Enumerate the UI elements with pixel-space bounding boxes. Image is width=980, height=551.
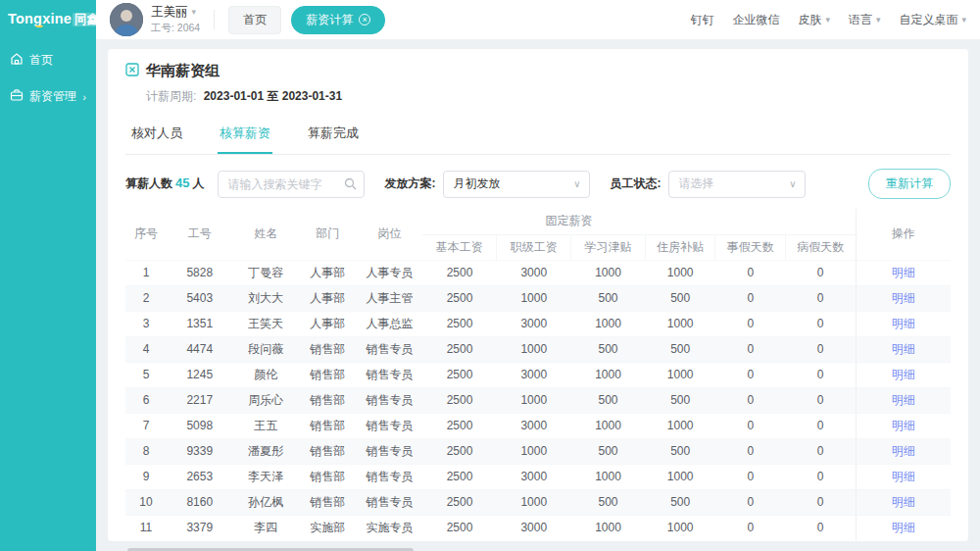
table-action-cell: 明细 bbox=[856, 387, 951, 413]
table-cell: 7 bbox=[125, 413, 167, 438]
tab-calculate-salary[interactable]: 核算薪资 bbox=[218, 119, 272, 154]
table-cell: 0 bbox=[786, 285, 857, 311]
detail-link[interactable]: 明细 bbox=[892, 444, 915, 458]
status-select[interactable]: 请选择 ∨ bbox=[668, 171, 806, 198]
menu-item-language[interactable]: 语言▾ bbox=[849, 12, 881, 28]
menu-item-custom-desktop[interactable]: 自定义桌面▾ bbox=[899, 12, 966, 28]
table-action-cell: 明细 bbox=[856, 464, 951, 489]
search-input[interactable] bbox=[218, 171, 365, 198]
table-cell: 2653 bbox=[167, 464, 232, 489]
app-window: Tongxine同鑫 首页 薪资管理 › 王美丽 ▾ 工号: 2064 bbox=[0, 0, 980, 551]
menu-item-wecom[interactable]: 企业微信 bbox=[732, 12, 779, 28]
plan-select[interactable]: 月初发放 ∨ bbox=[443, 171, 590, 198]
col-header-action: 操作 bbox=[856, 209, 951, 260]
table-cell: 2500 bbox=[422, 438, 497, 464]
table-cell: 颜伦 bbox=[232, 362, 298, 387]
chevron-down-icon: ▾ bbox=[192, 7, 197, 18]
table-cell: 0 bbox=[715, 336, 786, 362]
table-cell: 李四 bbox=[232, 515, 298, 540]
close-icon[interactable]: × bbox=[359, 14, 370, 25]
logo-text-cn: 同鑫 bbox=[73, 13, 101, 26]
user-avatar[interactable] bbox=[110, 3, 143, 36]
table-cell: 3000 bbox=[497, 464, 571, 489]
table-cell: 2500 bbox=[422, 362, 497, 387]
recalculate-button[interactable]: 重新计算 bbox=[868, 169, 951, 199]
table-action-cell: 明细 bbox=[856, 336, 951, 362]
table-action-cell: 明细 bbox=[856, 489, 951, 515]
table-cell: 1000 bbox=[645, 311, 715, 336]
table-cell: 销售专员 bbox=[357, 336, 422, 362]
table-cell: 销售专员 bbox=[357, 438, 422, 464]
table-cell: 人事部 bbox=[299, 260, 357, 285]
table-cell: 王笑天 bbox=[232, 311, 298, 336]
table-cell: 0 bbox=[715, 387, 786, 413]
detail-link[interactable]: 明细 bbox=[892, 393, 915, 407]
detail-link[interactable]: 明细 bbox=[892, 470, 915, 483]
topbar-tab-home[interactable]: 首页 bbox=[228, 6, 281, 34]
table-cell: 3000 bbox=[497, 515, 571, 540]
sidebar-item-home[interactable]: 首页 bbox=[0, 42, 96, 78]
table-action-cell: 明细 bbox=[856, 285, 951, 311]
table-cell: 1245 bbox=[167, 362, 232, 387]
app-logo: Tongxine同鑫 bbox=[0, 0, 96, 42]
topbar-tab-salary-calc[interactable]: 薪资计算 × bbox=[291, 6, 385, 34]
detail-link[interactable]: 明细 bbox=[892, 317, 915, 330]
col-header-spacer bbox=[715, 209, 786, 234]
pay-period: 计薪周期: 2023-01-01 至 2023-01-31 bbox=[146, 88, 951, 105]
detail-link[interactable]: 明细 bbox=[892, 419, 915, 432]
table-cell: 500 bbox=[645, 489, 715, 515]
tab-verify-staff[interactable]: 核对人员 bbox=[129, 119, 184, 154]
detail-link[interactable]: 明细 bbox=[892, 266, 915, 279]
detail-link[interactable]: 明细 bbox=[892, 291, 915, 305]
table-row: 62217周乐心销售部销售专员2500100050050000明细 bbox=[125, 387, 951, 413]
table-cell: 5828 bbox=[167, 260, 232, 285]
table-cell: 0 bbox=[786, 438, 857, 464]
table-row: 25403刘大大人事部人事主管2500100050050000明细 bbox=[125, 285, 951, 311]
topbar-right-menu: 钉钉 企业微信 皮肤▾ 语言▾ 自定义桌面▾ bbox=[690, 12, 966, 28]
table-cell: 人事总监 bbox=[357, 311, 422, 336]
card-header: 华南薪资组 bbox=[125, 62, 951, 80]
search-icon[interactable] bbox=[344, 177, 357, 193]
table-cell: 4 bbox=[125, 336, 167, 362]
status-select-placeholder: 请选择 bbox=[678, 175, 713, 192]
content-column: 王美丽 ▾ 工号: 2064 首页 薪资计算 × 钉钉 企业微信 皮肤▾ 语言▾… bbox=[96, 0, 980, 551]
user-info: 王美丽 ▾ 工号: 2064 bbox=[151, 5, 200, 34]
user-name-row[interactable]: 王美丽 ▾ bbox=[151, 5, 200, 20]
table-cell: 人事专员 bbox=[357, 260, 422, 285]
detail-link[interactable]: 明细 bbox=[892, 342, 915, 356]
sidebar: Tongxine同鑫 首页 薪资管理 › bbox=[0, 0, 96, 551]
table-cell: 11 bbox=[125, 515, 167, 540]
detail-link[interactable]: 明细 bbox=[892, 495, 915, 509]
table-cell: 0 bbox=[786, 362, 857, 387]
plan-filter-label: 发放方案: bbox=[384, 175, 435, 192]
menu-item-skin[interactable]: 皮肤▾ bbox=[798, 12, 830, 28]
table-cell: 1000 bbox=[645, 515, 715, 540]
status-filter-label: 员工状态: bbox=[610, 175, 661, 192]
detail-link[interactable]: 明细 bbox=[892, 521, 915, 534]
table-row: 92653李天泽销售部销售专员250030001000100000明细 bbox=[125, 464, 951, 489]
table-cell: 1000 bbox=[497, 285, 571, 311]
sidebar-item-label: 薪资管理 bbox=[29, 88, 76, 105]
table-cell: 1000 bbox=[571, 515, 646, 540]
table-cell: 2217 bbox=[167, 387, 232, 413]
staff-count-label: 算薪人数 bbox=[125, 176, 172, 190]
table-cell: 0 bbox=[786, 260, 857, 285]
table-cell: 1000 bbox=[571, 362, 646, 387]
menu-item-dingtalk[interactable]: 钉钉 bbox=[690, 12, 713, 28]
chevron-down-icon: ∨ bbox=[573, 178, 580, 189]
tab-calc-complete[interactable]: 算薪完成 bbox=[306, 119, 361, 154]
table-row: 108160孙亿枫销售部销售专员2500100050050000明细 bbox=[125, 489, 951, 515]
chevron-down-icon: ∨ bbox=[789, 178, 796, 189]
table-cell: 8160 bbox=[167, 489, 232, 515]
table-cell: 8 bbox=[125, 438, 167, 464]
table-cell: 孙亿枫 bbox=[232, 489, 298, 515]
sidebar-item-salary-management[interactable]: 薪资管理 › bbox=[0, 78, 96, 115]
table-cell: 1 bbox=[125, 260, 167, 285]
table-row: 75098王五销售部销售专员250030001000100000明细 bbox=[125, 413, 951, 438]
detail-link[interactable]: 明细 bbox=[892, 368, 915, 381]
table-cell: 2500 bbox=[422, 464, 497, 489]
plan-select-value: 月初发放 bbox=[453, 175, 500, 192]
table-cell: 销售部 bbox=[299, 464, 357, 489]
col-header-personal-leave-days: 事假天数 bbox=[715, 234, 786, 260]
table-cell: 5403 bbox=[167, 285, 232, 311]
